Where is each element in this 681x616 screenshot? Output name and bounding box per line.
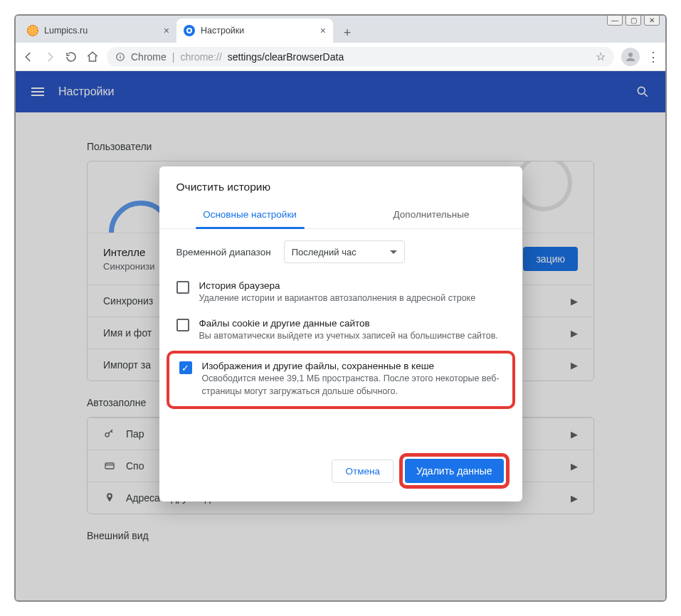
url-origin-label: Chrome xyxy=(131,51,167,63)
cancel-button[interactable]: Отмена xyxy=(332,460,393,483)
dialog-title: Очистить историю xyxy=(159,166,522,201)
dialog-tabs: Основные настройки Дополнительные xyxy=(159,201,522,229)
url-path: settings/clearBrowserData xyxy=(228,51,344,63)
option-title: Изображения и другие файлы, сохраненные … xyxy=(202,361,502,371)
tab-label: Настройки xyxy=(201,26,244,36)
maximize-button[interactable]: ▢ xyxy=(625,14,641,26)
option-subtitle: Удаление истории и вариантов автозаполне… xyxy=(199,292,505,305)
time-range-label: Временной диапазон xyxy=(176,247,271,257)
checkbox[interactable] xyxy=(176,319,189,331)
settings-favicon-icon xyxy=(184,25,195,36)
forward-button[interactable] xyxy=(43,50,57,64)
tab-lumpics[interactable]: Lumpics.ru × xyxy=(20,18,176,43)
option-title: История браузера xyxy=(199,280,505,291)
option-cached-images[interactable]: ✓ Изображения и другие файлы, сохраненны… xyxy=(167,351,515,409)
tab-strip: Lumpics.ru × Настройки × + xyxy=(16,16,665,43)
reload-button[interactable] xyxy=(64,50,78,64)
lumpics-favicon-icon xyxy=(27,25,38,36)
highlight-frame: Удалить данные xyxy=(399,453,510,489)
url-host: chrome:// xyxy=(180,51,221,63)
profile-avatar[interactable] xyxy=(621,48,640,66)
new-tab-button[interactable]: + xyxy=(337,23,357,43)
option-subtitle: Освободится менее 39,1 МБ пространства. … xyxy=(202,373,502,398)
browser-menu-button[interactable]: ⋮ xyxy=(647,49,660,65)
clear-data-dialog: Очистить историю Основные настройки Допо… xyxy=(159,166,522,501)
minimize-button[interactable]: — xyxy=(607,14,623,26)
option-title: Файлы cookie и другие данные сайтов xyxy=(199,318,505,329)
tab-basic[interactable]: Основные настройки xyxy=(159,201,341,228)
browser-window: — ▢ ✕ Lumpics.ru × Настройки × + xyxy=(14,14,667,602)
tab-label: Lumpics.ru xyxy=(44,26,88,36)
dialog-actions: Отмена Удалить данные xyxy=(159,410,522,492)
checkbox[interactable] xyxy=(176,281,189,294)
chevron-down-icon xyxy=(390,250,397,254)
back-button[interactable] xyxy=(21,50,36,64)
home-button[interactable] xyxy=(85,50,100,64)
close-icon[interactable]: × xyxy=(164,25,169,36)
close-window-button[interactable]: ✕ xyxy=(644,14,660,26)
close-icon[interactable]: × xyxy=(320,25,326,36)
window-controls: — ▢ ✕ xyxy=(607,14,660,26)
address-bar: Chrome | chrome://settings/clearBrowserD… xyxy=(16,43,665,71)
option-subtitle: Вы автоматически выйдете из учетных запи… xyxy=(199,330,505,343)
tab-advanced[interactable]: Дополнительные xyxy=(341,201,522,228)
info-icon xyxy=(115,52,125,62)
time-range-select[interactable]: Последний час xyxy=(284,240,405,263)
svg-point-1 xyxy=(628,53,633,57)
time-range-row: Временной диапазон Последний час xyxy=(159,229,522,275)
bookmark-star-icon[interactable]: ☆ xyxy=(596,50,606,63)
option-browsing-history[interactable]: История браузера Удаление истории и вари… xyxy=(159,275,522,312)
clear-data-button[interactable]: Удалить данные xyxy=(405,459,504,483)
option-cookies[interactable]: Файлы cookie и другие данные сайтов Вы а… xyxy=(159,312,522,350)
tab-settings[interactable]: Настройки × xyxy=(176,18,333,43)
time-range-value: Последний час xyxy=(292,247,357,257)
checkbox-checked[interactable]: ✓ xyxy=(179,361,192,374)
url-field[interactable]: Chrome | chrome://settings/clearBrowserD… xyxy=(107,47,614,67)
